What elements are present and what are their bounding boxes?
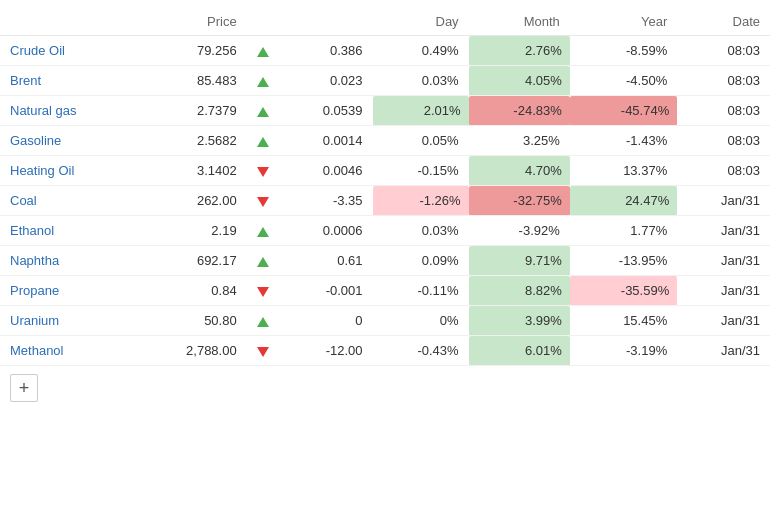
commodity-name[interactable]: Ethanol [0,216,136,246]
up-arrow-icon [257,137,269,147]
down-arrow-icon [257,287,269,297]
commodity-name[interactable]: Brent [0,66,136,96]
commodity-month: 3.99% [469,306,570,336]
direction-arrow [247,126,279,156]
commodity-name[interactable]: Propane [0,276,136,306]
commodity-month: 6.01% [469,336,570,366]
commodity-month: 4.05% [469,66,570,96]
commodity-day: 0.09% [373,246,469,276]
commodity-price: 2.5682 [136,126,247,156]
table-row: Uranium50.8000%3.99%15.45%Jan/31 [0,306,770,336]
header-direction [247,8,279,36]
commodity-year: -35.59% [570,276,677,306]
table-row: Coal262.00-3.35-1.26%-32.75%24.47%Jan/31 [0,186,770,216]
commodity-change: -12.00 [279,336,373,366]
commodities-table: Price Day Month Year Date Crude Oil79.25… [0,8,770,366]
commodity-change: 0 [279,306,373,336]
commodity-name[interactable]: Uranium [0,306,136,336]
commodity-day: 2.01% [373,96,469,126]
commodity-year: 15.45% [570,306,677,336]
up-arrow-icon [257,317,269,327]
commodity-change: 0.0539 [279,96,373,126]
commodity-date: Jan/31 [677,186,770,216]
table-row: Propane0.84-0.001-0.11%8.82%-35.59%Jan/3… [0,276,770,306]
commodity-date: 08:03 [677,126,770,156]
commodity-price: 3.1402 [136,156,247,186]
commodity-price: 2.19 [136,216,247,246]
up-arrow-icon [257,107,269,117]
commodity-price: 2,788.00 [136,336,247,366]
header-change [279,8,373,36]
add-row-button[interactable]: + [10,374,38,402]
direction-arrow [247,306,279,336]
commodity-year: -45.74% [570,96,677,126]
commodity-month: -3.92% [469,216,570,246]
up-arrow-icon [257,47,269,57]
commodity-day: 0.03% [373,66,469,96]
up-arrow-icon [257,77,269,87]
commodity-change: -3.35 [279,186,373,216]
direction-arrow [247,186,279,216]
commodity-date: 08:03 [677,156,770,186]
commodity-month: 8.82% [469,276,570,306]
commodity-price: 79.256 [136,36,247,66]
commodity-day: -0.43% [373,336,469,366]
commodity-month: 3.25% [469,126,570,156]
commodity-year: -13.95% [570,246,677,276]
commodity-day: 0.05% [373,126,469,156]
direction-arrow [247,156,279,186]
up-arrow-icon [257,227,269,237]
table-row: Natural gas2.73790.05392.01%-24.83%-45.7… [0,96,770,126]
commodity-date: Jan/31 [677,246,770,276]
commodity-month: 4.70% [469,156,570,186]
commodity-year: 1.77% [570,216,677,246]
commodity-date: 08:03 [677,96,770,126]
commodity-month: 9.71% [469,246,570,276]
commodity-name[interactable]: Gasoline [0,126,136,156]
commodity-day: -1.26% [373,186,469,216]
table-row: Gasoline2.56820.00140.05%3.25%-1.43%08:0… [0,126,770,156]
direction-arrow [247,246,279,276]
commodity-price: 0.84 [136,276,247,306]
table-row: Crude Oil79.2560.3860.49%2.76%-8.59%08:0… [0,36,770,66]
commodity-price: 2.7379 [136,96,247,126]
commodity-change: 0.0046 [279,156,373,186]
commodity-price: 692.17 [136,246,247,276]
commodity-change: 0.386 [279,36,373,66]
commodity-month: -32.75% [469,186,570,216]
commodity-day: -0.15% [373,156,469,186]
up-arrow-icon [257,257,269,267]
direction-arrow [247,36,279,66]
down-arrow-icon [257,197,269,207]
direction-arrow [247,216,279,246]
commodity-name[interactable]: Crude Oil [0,36,136,66]
commodity-change: 0.023 [279,66,373,96]
direction-arrow [247,96,279,126]
commodity-month: 2.76% [469,36,570,66]
down-arrow-icon [257,167,269,177]
table-row: Heating Oil3.14020.0046-0.15%4.70%13.37%… [0,156,770,186]
commodity-year: -8.59% [570,36,677,66]
commodity-date: Jan/31 [677,306,770,336]
direction-arrow [247,276,279,306]
commodity-month: -24.83% [469,96,570,126]
commodity-change: 0.0006 [279,216,373,246]
commodity-year: -1.43% [570,126,677,156]
commodity-name[interactable]: Naphtha [0,246,136,276]
commodity-name[interactable]: Coal [0,186,136,216]
commodity-date: Jan/31 [677,216,770,246]
table-row: Ethanol2.190.00060.03%-3.92%1.77%Jan/31 [0,216,770,246]
commodity-day: 0.03% [373,216,469,246]
commodity-date: 08:03 [677,66,770,96]
commodity-name[interactable]: Methanol [0,336,136,366]
commodity-year: -3.19% [570,336,677,366]
commodity-day: 0.49% [373,36,469,66]
commodity-change: 0.61 [279,246,373,276]
commodity-date: Jan/31 [677,276,770,306]
header-price: Price [136,8,247,36]
commodity-price: 85.483 [136,66,247,96]
commodity-name[interactable]: Heating Oil [0,156,136,186]
commodity-name[interactable]: Natural gas [0,96,136,126]
direction-arrow [247,336,279,366]
header-date: Date [677,8,770,36]
